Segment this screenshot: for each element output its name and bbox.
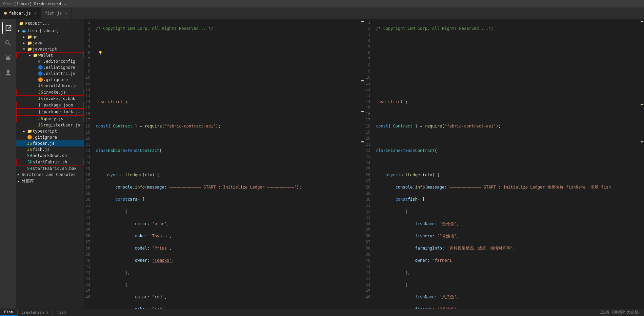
minimap-marker [641,141,643,142]
file-icon: JS [38,123,43,127]
tree-label: fabcar.js [33,141,55,146]
status-tab-createfish[interactable]: createFish() [18,309,53,316]
tree-label: package-lock.json [44,110,82,114]
explorer-icon[interactable] [2,22,14,34]
title-text: fish [fabcar] D:\desktop\d... [3,2,68,6]
file-icon: 🔵 [38,71,43,76]
tree-item-startfabric[interactable]: SH startFabric.sh [16,159,84,165]
tab-bar: fabcar.js × fish.js × [0,7,644,19]
git-icon[interactable] [2,52,14,64]
tree-item-javascript[interactable]: ▼ 📁 javascript [16,46,84,52]
editor-fabcar: 123456 789101112 131415161718 1920212223… [84,19,360,309]
tree-item-fabcar-js[interactable]: JS fabcar.js [16,140,84,146]
code-lines-fish: /* Copyright IBM Corp. All Rights Reserv… [373,19,640,309]
sidebar-header: 📁 Project... [16,19,84,28]
project-icon: 📁 [19,21,24,26]
tree-item-go[interactable]: ▶ 📁 go [16,34,84,40]
minimap-marker [361,141,364,142]
tree-item-fish-js[interactable]: JS fish.js [16,146,84,153]
arrow-icon: ▶ [23,35,27,39]
folder-icon: 📁 [27,41,33,45]
tree-item-startfabric-bak[interactable]: SH startFabric.sh.bak [16,165,84,172]
tree-label: startFabric.sh.bak [33,166,77,171]
status-tab-label: Fish [4,310,13,314]
code-lines-fabcar: /* Copyright IBM Corp. All Rights Reserv… [93,19,360,309]
tree-label: registerUser.js [43,123,80,127]
tree-label: .editorconfig [43,59,75,64]
sidebar: 📁 Project... ▼ 🐟 fish [fabcar] ▶ 📁 go ▶ … [16,19,84,309]
minimap-marker [361,111,364,112]
tree-label: fish [fabcar] [27,28,59,33]
tree-item-eslintrc[interactable]: 🔵 .eslinttrc.js [16,71,84,77]
tree-item-package-json[interactable]: {} package.json [16,102,84,108]
code-scroll-fish[interactable]: 123456 789101112 131415161718 1920212223… [364,19,640,309]
minimap-left [360,19,364,309]
tree-item-wallet[interactable]: ▶ 📁 wallet [16,52,84,58]
folder-icon: 🐟 [22,28,27,33]
status-tab-fish2[interactable]: fish [53,309,71,316]
file-icon: {} [38,103,44,107]
tree-item-extlib[interactable]: ▶ 外部库 [16,178,84,185]
tree-label: javascript [33,47,57,52]
file-icon: {} [38,110,44,114]
file-icon: SH [27,153,33,158]
arrow-icon: ▶ [18,173,22,176]
file-icon: JS [27,147,33,152]
status-tab-fish[interactable]: Fish [0,309,18,316]
search-icon[interactable] [2,37,14,49]
tree-label: Scratches and Consoles [22,172,76,177]
file-icon: JS [38,90,44,95]
arrow-icon: ▼ [18,29,22,33]
tree-label: invoke.js.bak [43,96,75,101]
sidebar-title: Project... [25,21,50,26]
tree-item-enrolladmin[interactable]: JS enrollAdmin.js [16,83,84,89]
code-scroll-fabcar[interactable]: 123456 789101112 131415161718 1920212223… [84,19,360,309]
file-icon: JS [38,83,43,88]
tree-label: java [33,41,42,45]
watermark-text: CSDN @寒暄的大企鹅 [594,310,644,315]
arrow-icon: ▼ [23,47,27,51]
tree-label: .gitignore [43,77,68,82]
file-icon: ⚙ [38,59,43,64]
debug-icon[interactable] [2,67,14,79]
tree-label: query.js [44,116,63,121]
tab-fabcar[interactable]: fabcar.js × [0,7,41,19]
minimap-marker [641,21,643,22]
file-icon: 🟠 [38,77,43,82]
tree-label: networkDown.sh [33,153,67,158]
tab-dot-fabcar [4,12,7,15]
tree-item-invoke-bak[interactable]: JS invoke.js.bak [16,96,84,102]
tree-item-registeruser[interactable]: JS registerUser.js [16,122,84,128]
folder-icon: 📁 [27,129,33,134]
file-icon: SH [27,166,33,171]
folder-icon: 📁 [27,47,33,52]
tree-item-gitignore[interactable]: 🟠 .gitignore [16,77,84,83]
tree-item-invoke[interactable]: JS invoke.js [16,89,84,96]
arrow-icon: ▶ [18,180,22,183]
tree-item-query[interactable]: JS query.js [16,115,84,122]
arrow-icon: ▶ [29,54,33,57]
tree-item-java[interactable]: ▶ 📁 java [16,40,84,46]
tab-close-fabcar[interactable]: × [34,12,36,15]
file-icon: 🟠 [27,135,33,140]
tree-item-root[interactable]: ▼ 🐟 fish [fabcar] [16,28,84,34]
minimap-marker [361,80,364,81]
file-icon: JS [38,96,43,101]
title-bar: fish [fabcar] D:\desktop\d... [0,0,644,7]
tree-item-package-lock[interactable]: {} package-lock.json [16,108,84,115]
tab-close-fish[interactable]: × [65,12,67,15]
file-icon: SH [27,160,33,164]
code-content-fabcar: 123456 789101112 131415161718 1920212223… [84,19,360,309]
tree-item-editorconfig[interactable]: ⚙ .editorconfig [16,58,84,64]
tree-item-typescript[interactable]: ▶ 📁 typescript [16,128,84,134]
tree-label: package.json [44,103,73,107]
tree-label: 外部库 [22,178,34,184]
tab-fish[interactable]: fish.js × [41,7,72,19]
tree-label: .gitignore [33,135,57,140]
code-area: 123456 789101112 131415161718 1920212223… [84,19,644,309]
tree-item-eslintignore[interactable]: 🔵 .eslintignore [16,64,84,71]
tree-item-scratches[interactable]: ▶ Scratches and Consoles [16,172,84,178]
tree-item-gitignore2[interactable]: 🟠 .gitignore [16,134,84,140]
tree-label: enrollAdmin.js [43,83,78,88]
tree-item-networkdown[interactable]: SH networkDown.sh [16,153,84,159]
